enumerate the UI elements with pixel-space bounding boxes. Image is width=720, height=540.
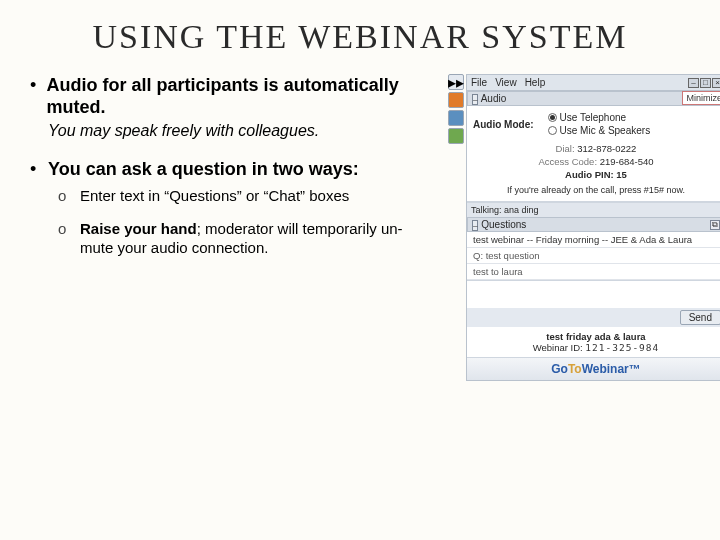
questions-section: test webinar -- Friday morning -- JEE & … bbox=[467, 232, 720, 327]
menu-help[interactable]: Help bbox=[525, 77, 546, 88]
maximize-window-icon[interactable]: □ bbox=[700, 78, 711, 88]
sub-bullet: o Enter text in “Questions” or “Chat” bo… bbox=[58, 186, 430, 205]
gotowebinar-panel: File View Help – □ × Minimize – Audio ⧉ bbox=[466, 74, 720, 381]
minimize-callout: Minimize bbox=[682, 91, 720, 105]
mic-tab-icon[interactable] bbox=[448, 110, 464, 126]
collapse-icon[interactable]: – bbox=[472, 94, 478, 105]
question-input[interactable] bbox=[467, 280, 720, 308]
question-thread-title: test webinar -- Friday morning -- JEE & … bbox=[467, 232, 720, 248]
question-row: test to laura bbox=[467, 264, 720, 280]
grab-tab-icon[interactable] bbox=[448, 92, 464, 108]
slide-title: USING THE WEBINAR SYSTEM bbox=[30, 18, 690, 56]
hand-tab-icon[interactable] bbox=[448, 128, 464, 144]
bullet-subtext: You may speak freely with colleagues. bbox=[48, 122, 430, 140]
menu-view[interactable]: View bbox=[495, 77, 517, 88]
menu-bar: File View Help – □ × Minimize bbox=[467, 75, 720, 91]
sub-bullet: o Raise your hand; moderator will tempor… bbox=[58, 219, 430, 257]
sub-bullet-text: Enter text in “Questions” or “Chat” boxe… bbox=[80, 186, 430, 205]
question-row: Q: test question bbox=[467, 248, 720, 264]
audio-hint: If you're already on the call, press #15… bbox=[473, 185, 719, 195]
questions-section-header[interactable]: – Questions ⧉ bbox=[467, 217, 720, 232]
use-mic-radio[interactable]: Use Mic & Speakers bbox=[548, 125, 651, 136]
side-tabs: ▸▸ bbox=[448, 74, 464, 144]
bullet-column: • Audio for all participants is automati… bbox=[30, 74, 430, 381]
audio-section: Audio Mode: Use Telephone Use Mic & Spea… bbox=[467, 106, 720, 202]
send-button[interactable]: Send bbox=[680, 310, 720, 325]
bullet-item: • Audio for all participants is automati… bbox=[30, 74, 430, 118]
bullet-text: Audio for all participants is automatica… bbox=[47, 74, 430, 118]
webinar-id: 121-325-984 bbox=[585, 342, 659, 353]
popout-icon[interactable]: ⧉ bbox=[710, 220, 720, 230]
menu-file[interactable]: File bbox=[471, 77, 487, 88]
minimize-window-icon[interactable]: – bbox=[688, 78, 699, 88]
audio-mode-label: Audio Mode: bbox=[473, 119, 534, 130]
bullet-text: You can ask a question in two ways: bbox=[48, 158, 359, 180]
dial-info: Dial: 312-878-0222 Access Code: 219-684-… bbox=[473, 142, 719, 181]
panel-footer: test friday ada & laura Webinar ID: 121-… bbox=[467, 327, 720, 357]
close-window-icon[interactable]: × bbox=[712, 78, 720, 88]
webinar-name: test friday ada & laura bbox=[546, 331, 645, 342]
arrow-icon[interactable]: ▸▸ bbox=[448, 74, 464, 90]
collapse-icon[interactable]: – bbox=[472, 220, 478, 231]
sub-bullet-text: Raise your hand; moderator will temporar… bbox=[80, 219, 430, 257]
gotowebinar-logo: GoToWebinar™ bbox=[467, 357, 720, 380]
bullet-item: • You can ask a question in two ways: bbox=[30, 158, 430, 180]
talking-row: Talking: ana ding bbox=[467, 202, 720, 217]
use-telephone-radio[interactable]: Use Telephone bbox=[548, 112, 651, 123]
